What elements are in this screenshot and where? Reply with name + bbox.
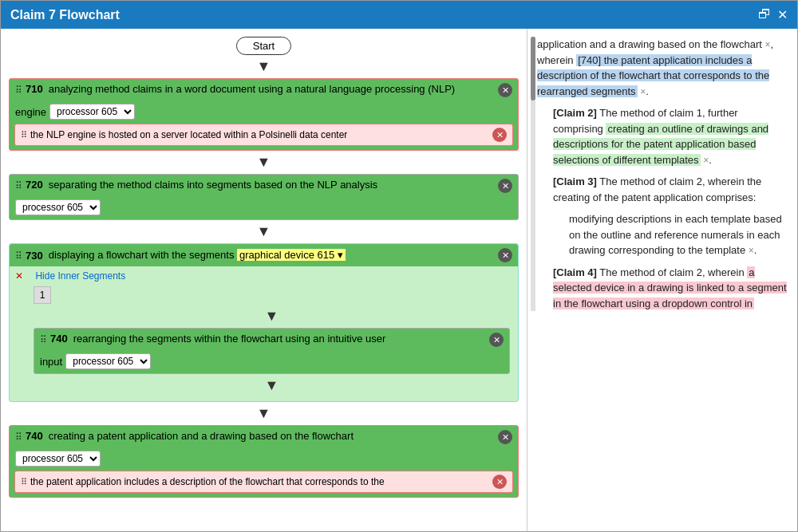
grip-740-bottom[interactable]: ⠿ xyxy=(15,432,22,443)
arrow-3: ▼ xyxy=(9,405,519,422)
close-720[interactable]: ✕ xyxy=(498,179,512,193)
close-icon[interactable]: ✕ xyxy=(777,7,788,22)
text-710: analyzing method claims in a word docume… xyxy=(49,83,495,97)
scrollbar-track xyxy=(531,37,535,311)
sub-grip-710[interactable]: ⠿ xyxy=(21,130,27,140)
arrow-1: ▼ xyxy=(9,154,519,171)
sub-close-710[interactable]: ✕ xyxy=(492,128,507,142)
number-720: 720 xyxy=(26,179,43,191)
right-para-1: application and a drawing based on the f… xyxy=(537,37,788,99)
claim3-close-x[interactable]: × xyxy=(749,245,754,256)
inner-number-740: 740 xyxy=(50,333,68,345)
right-para-2: [Claim 2] The method of claim 1, further… xyxy=(553,105,788,167)
block-730-container: ⠿ 730 displaying a flowchart with the se… xyxy=(9,243,519,402)
claim2-label: [Claim 2] xyxy=(553,107,597,119)
block-740-bottom: ⠿ 740 creating a patent application and … xyxy=(9,425,519,498)
scrollbar-thumb[interactable] xyxy=(531,37,535,100)
right-panel: application and a drawing based on the f… xyxy=(527,29,797,531)
claim2-close-x[interactable]: × xyxy=(703,155,709,166)
block-710-header: ⠿ 710 analyzing method claims in a word … xyxy=(10,79,518,101)
close-710[interactable]: ✕ xyxy=(498,83,512,97)
block-730-header: ⠿ 730 displaying a flowchart with the se… xyxy=(10,244,518,266)
close-730[interactable]: ✕ xyxy=(498,248,512,262)
arrow-inner-bottom: ▼ xyxy=(34,377,510,394)
claim4-label: [Claim 4] xyxy=(553,266,597,278)
minimize-icon[interactable]: 🗗 xyxy=(758,7,771,22)
inner-segment-body: 1 ▼ ⠿ 740 rearranging the segments withi… xyxy=(10,282,518,401)
title-bar: Claim 7 Flowchart 🗗 ✕ xyxy=(1,1,797,29)
content-area: Start ▼ ⠿ 710 analyzing method claims in… xyxy=(1,29,797,531)
number-730: 730 xyxy=(26,250,43,262)
inner-close-740[interactable]: ✕ xyxy=(489,333,504,347)
close-740-bottom[interactable]: ✕ xyxy=(498,430,512,444)
inner-select-740[interactable]: processor 605 xyxy=(65,353,151,369)
text-720: separating the method claims into segmen… xyxy=(49,179,495,192)
arrow-inner-top: ▼ xyxy=(34,308,510,325)
block-720: ⠿ 720 separating the method claims into … xyxy=(9,174,519,220)
hide-inner-link[interactable]: Hide Inner Segments xyxy=(30,269,131,283)
sub-close-740[interactable]: ✕ xyxy=(492,475,507,489)
inner-text-740: rearranging the segments within the flow… xyxy=(73,333,486,346)
inner-grip-740[interactable]: ⠿ xyxy=(40,334,47,345)
right-para-5: [Claim 4] The method of claim 2, wherein… xyxy=(553,265,788,312)
inner-footer-740: input processor 605 xyxy=(34,351,509,373)
grip-710[interactable]: ⠿ xyxy=(15,85,22,96)
start-ellipse: Start xyxy=(236,37,291,55)
footer-720: processor 605 xyxy=(10,197,518,219)
block-710: ⠿ 710 analyzing method claims in a word … xyxy=(9,78,519,151)
text-730: displaying a flowchart with the segments… xyxy=(49,249,495,262)
error-sub-710: ⠿ the NLP engine is hosted on a server l… xyxy=(14,124,513,146)
text-740-bottom: creating a patent application and a draw… xyxy=(49,430,495,443)
main-window: Claim 7 Flowchart 🗗 ✕ Start ▼ ⠿ 710 anal… xyxy=(0,0,798,532)
error-sub-740: ⠿ the patent application includes a desc… xyxy=(14,471,513,493)
label-710: engine xyxy=(15,106,46,118)
number-740-bottom: 740 xyxy=(26,430,43,442)
inner-number-badge: 1 xyxy=(34,286,51,304)
inner-block-740: ⠿ 740 rearranging the segments within th… xyxy=(34,328,510,374)
block-740-bottom-header: ⠿ 740 creating a patent application and … xyxy=(10,426,518,448)
flowchart-close-x[interactable]: × xyxy=(764,39,770,50)
inner-label-740: input xyxy=(40,356,62,368)
grip-720[interactable]: ⠿ xyxy=(15,180,22,191)
window-title: Claim 7 Flowchart xyxy=(10,8,120,22)
select-710[interactable]: processor 605 xyxy=(49,104,135,120)
sub-text-740: the patent application includes a descri… xyxy=(30,476,489,487)
right-para-3: [Claim 3] The method of claim 2, wherein… xyxy=(553,174,788,205)
start-node: Start xyxy=(9,37,519,55)
select-740-bottom[interactable]: processor 605 xyxy=(15,451,101,467)
grip-730[interactable]: ⠿ xyxy=(15,250,22,262)
number-710: 710 xyxy=(26,83,43,95)
block-720-header: ⠿ 720 separating the method claims into … xyxy=(10,175,518,197)
sub-grip-740[interactable]: ⠿ xyxy=(21,477,27,487)
left-panel: Start ▼ ⠿ 710 analyzing method claims in… xyxy=(1,29,527,531)
window-controls: 🗗 ✕ xyxy=(758,7,788,22)
right-scroll-area: application and a drawing based on the f… xyxy=(537,37,788,311)
footer-740-bottom: processor 605 xyxy=(10,448,518,471)
footer-710: engine processor 605 xyxy=(10,101,518,124)
arrow-2: ▼ xyxy=(9,223,519,240)
claim3-label: [Claim 3] xyxy=(553,175,597,187)
740-ref: [740] the patent application includes a … xyxy=(537,54,769,97)
select-720[interactable]: processor 605 xyxy=(15,199,101,215)
sub-text-710: the NLP engine is hosted on a server loc… xyxy=(30,129,489,140)
rearranged-close-x[interactable]: × xyxy=(640,86,646,97)
arrow-0: ▼ xyxy=(9,58,519,75)
claim2-highlight: creating an outline of drawings and desc… xyxy=(553,123,768,166)
inner-block-740-header: ⠿ 740 rearranging the segments within th… xyxy=(34,329,509,351)
right-para-4: modifying descriptions in each template … xyxy=(569,211,788,258)
